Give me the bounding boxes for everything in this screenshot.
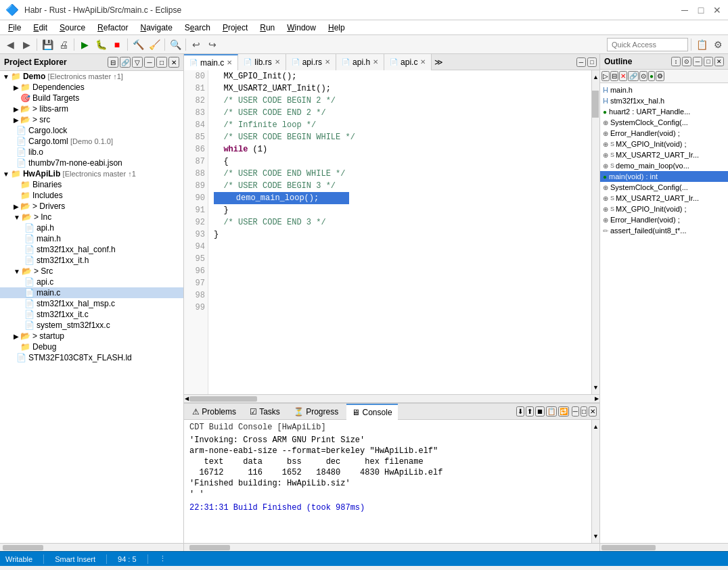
cscroll-up[interactable]: ▲ <box>592 420 599 433</box>
toolbar-forward[interactable]: ▶ <box>19 37 34 52</box>
outline-item-stm32-hal-h[interactable]: H stm32f1xx_hal.h <box>600 95 728 106</box>
pe-menu[interactable]: ▽ <box>132 57 143 68</box>
menu-edit[interactable]: Edit <box>28 22 53 34</box>
pe-close[interactable]: ✕ <box>168 57 179 68</box>
outline-item-mx-gpio[interactable]: ⊕ S MX_GPIO_Init(void) ; <box>600 139 728 149</box>
tree-item-cargo-toml[interactable]: 📄 Cargo.toml [Demo 0.1.0] <box>0 136 183 147</box>
tree-item-build-targets[interactable]: ▶ 🎯 Build Targets <box>0 93 183 103</box>
minimize-button[interactable]: ─ <box>679 5 690 16</box>
tab-tasks[interactable]: ☑ Tasks <box>244 404 286 420</box>
tree-item-includes[interactable]: ▶ 📁 Includes <box>0 190 183 201</box>
tree-item-startup[interactable]: ▶ 📂 > startup <box>0 331 183 341</box>
toolbar-stop[interactable]: ■ <box>110 37 124 52</box>
console-minimize[interactable]: ─ <box>572 406 579 417</box>
console-maximize[interactable]: □ <box>581 406 587 417</box>
hscroll-left[interactable]: ◀ <box>184 396 189 402</box>
tree-item-lib-o[interactable]: 📄 lib.o <box>0 147 183 158</box>
cscroll-down[interactable]: ▼ <box>592 529 599 543</box>
outline-item-assert[interactable]: ✏ assert_failed(uint8_t*... <box>600 225 728 236</box>
tree-item-hwapi[interactable]: ▼ 📁 HwApiLib [Electronics master ↑1 <box>0 168 183 179</box>
console-btn4[interactable]: 📋 <box>546 406 557 417</box>
outline-tb5[interactable]: ⊙ <box>639 71 647 81</box>
tab-close[interactable]: ✕ <box>420 58 426 66</box>
menu-navigate[interactable]: Navigate <box>135 22 177 34</box>
chscroll-thumb[interactable] <box>189 545 230 550</box>
toolbar-undo[interactable]: ↩ <box>189 37 204 52</box>
tab-console[interactable]: 🖥 Console <box>346 404 397 420</box>
outline-item-demo-loop[interactable]: ⊕ S demo_main_loop(vo... <box>600 160 728 171</box>
outline-item-sysclock2[interactable]: ⊕ SystemClock_Config(... <box>600 182 728 193</box>
tab-problems[interactable]: ⚠ Problems <box>187 404 242 420</box>
tab-overflow-btn[interactable]: ≫ <box>432 57 446 67</box>
toolbar-perspective[interactable]: 📋 <box>694 37 709 52</box>
tab-progress[interactable]: ⏳ Progress <box>288 404 344 420</box>
tree-item-libs-arm[interactable]: ▶ 📂 > libs-arm <box>0 103 183 114</box>
toolbar-run[interactable]: ▶ <box>77 37 92 52</box>
code-line-94[interactable]: demo_main_loop(); <box>214 192 349 204</box>
outline-maximize[interactable]: □ <box>704 57 713 66</box>
tab-close[interactable]: ✕ <box>275 58 280 66</box>
console-btn3[interactable]: ⏹ <box>535 406 545 417</box>
code-area[interactable]: MX_GPIO_Init(); MX_USART2_UART_Init(); /… <box>208 70 591 394</box>
console-btn2[interactable]: ⬆ <box>526 406 534 417</box>
outline-tb2[interactable]: ⊟ <box>610 71 618 81</box>
tab-close[interactable]: ✕ <box>325 58 330 66</box>
tree-item-demo[interactable]: ▼ 📁 Demo [Electronics master ↑1] <box>0 71 183 82</box>
toolbar-redo[interactable]: ↪ <box>205 37 220 52</box>
tree-item-main-h[interactable]: 📄 main.h <box>0 233 183 244</box>
tree-item-ld-file[interactable]: 📄 STM32F103C8Tx_FLASH.ld <box>0 352 183 363</box>
tree-item-stm32-it-c[interactable]: 📄 stm32f1xx_it.c <box>0 309 183 320</box>
outline-filter[interactable]: ⊙ <box>682 57 691 66</box>
pe-scroll-thumb[interactable] <box>3 545 43 550</box>
tree-item-cargo-lock[interactable]: 📄 Cargo.lock <box>0 125 183 136</box>
scroll-down[interactable]: ▼ <box>592 381 599 394</box>
pe-collapse[interactable]: ⊟ <box>108 57 118 68</box>
outline-minimize[interactable]: ─ <box>693 57 702 66</box>
outline-close[interactable]: ✕ <box>714 57 724 66</box>
tree-item-dependencies[interactable]: ▶ 📁 Dependencies <box>0 82 183 93</box>
scroll-track[interactable] <box>592 84 599 381</box>
toolbar-back[interactable]: ◀ <box>3 37 18 52</box>
toolbar-debug[interactable]: 🐛 <box>93 37 108 52</box>
scroll-up[interactable]: ▲ <box>592 70 599 84</box>
tree-item-binaries[interactable]: ▶ 📁 Binaries <box>0 179 183 190</box>
hscroll-track[interactable] <box>189 396 594 402</box>
menu-refactor[interactable]: Refactor <box>92 22 133 34</box>
editor-hscrollbar[interactable]: ◀ ▶ <box>184 394 599 402</box>
toolbar-search[interactable]: 🔍 <box>168 37 183 52</box>
outline-item-main[interactable]: ● main(void) : int <box>600 171 728 182</box>
console-vscrollbar[interactable]: ▲ ▼ <box>591 420 599 543</box>
tree-item-src-hw[interactable]: ▼ 📂 > Src <box>0 266 183 277</box>
tree-item-stm32-it[interactable]: 📄 stm32f1xx_it.h <box>0 255 183 266</box>
toolbar-build[interactable]: 🔨 <box>131 37 145 52</box>
tab-close[interactable]: ✕ <box>227 59 232 66</box>
editor-vscrollbar[interactable]: ▲ ▼ <box>591 70 599 394</box>
close-button[interactable]: ✕ <box>712 5 723 16</box>
console-btn1[interactable]: ⬇ <box>516 406 524 417</box>
console-hscrollbar[interactable] <box>184 543 599 551</box>
outline-item-error-handler[interactable]: ⊕ Error_Handler(void) ; <box>600 128 728 139</box>
tree-item-debug[interactable]: ▶ 📁 Debug <box>0 341 183 352</box>
pe-scrollbar[interactable] <box>0 543 183 551</box>
outline-item-huart2[interactable]: ● huart2 : UART_Handle... <box>600 106 728 117</box>
tab-main-c[interactable]: 📄 main.c ✕ <box>184 54 238 70</box>
outline-tb3[interactable]: ✕ <box>619 71 627 81</box>
tree-item-thumbv7m[interactable]: 📄 thumbv7m-none-eabi.json <box>0 158 183 168</box>
tab-lib-rs[interactable]: 📄 lib.rs ✕ <box>238 54 286 70</box>
tree-item-main-c[interactable]: 📄 main.c <box>0 287 183 298</box>
console-btn5[interactable]: 🔁 <box>558 406 569 417</box>
tab-api-h[interactable]: 📄 api.h ✕ <box>336 54 384 70</box>
outline-hscroll-thumb[interactable] <box>601 545 656 550</box>
pe-link[interactable]: 🔗 <box>120 57 131 68</box>
toolbar-save[interactable]: 💾 <box>40 37 55 52</box>
tab-api-rs[interactable]: 📄 api.rs ✕ <box>286 54 336 70</box>
menu-run[interactable]: Run <box>254 22 280 34</box>
outline-hscrollbar[interactable] <box>600 543 728 551</box>
outline-tb1[interactable]: ▷ <box>601 71 610 81</box>
tree-item-inc[interactable]: ▼ 📂 > Inc <box>0 212 183 222</box>
tree-item-drivers[interactable]: ▶ 📂 > Drivers <box>0 201 183 212</box>
outline-item-mx-usart[interactable]: ⊕ S MX_USART2_UART_Ir... <box>600 149 728 160</box>
tree-item-src-demo[interactable]: ▶ 📂 > src <box>0 114 183 125</box>
cscroll-track[interactable] <box>592 433 599 529</box>
tree-item-stm32-hal-msp[interactable]: 📄 stm32f1xx_hal_msp.c <box>0 298 183 309</box>
